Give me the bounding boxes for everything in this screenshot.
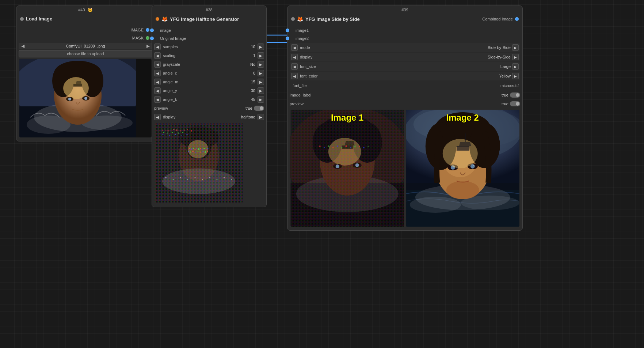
svg-point-40 [172, 132, 173, 133]
font-color-label: font_color [298, 74, 499, 78]
display-sbs-dec-btn[interactable]: ◀ [291, 54, 298, 60]
halftone-image-label: image [157, 28, 171, 33]
scaling-value: 1 [252, 53, 257, 58]
angle-m-inc-btn[interactable]: ▶ [258, 79, 264, 85]
svg-point-33 [176, 129, 178, 131]
angle-y-inc-btn[interactable]: ▶ [258, 87, 264, 94]
angle-c-inc-btn[interactable]: ▶ [258, 70, 264, 76]
svg-marker-131 [459, 142, 471, 146]
sbs-image2-text-label: Image 2 [446, 113, 479, 123]
svg-point-103 [345, 145, 347, 147]
sbs-image1-input: image1 [287, 26, 522, 34]
font-color-dec-btn[interactable]: ◀ [291, 73, 298, 79]
halftone-original-input: Original Image [152, 34, 266, 42]
svg-point-49 [191, 148, 192, 150]
scaling-dec-btn[interactable]: ◀ [154, 52, 161, 59]
angle-y-control[interactable]: ◀ angle_y 30 ▶ [152, 86, 266, 95]
grayscale-control[interactable]: ◀ grayscale No ▶ [152, 60, 266, 69]
svg-point-63 [198, 151, 199, 152]
svg-point-52 [197, 148, 198, 149]
load-image-node-id: #40 [78, 8, 85, 12]
grayscale-dec-btn[interactable]: ◀ [154, 61, 161, 68]
display-value: halftone [240, 115, 257, 119]
image-label-toggle-row[interactable]: image_label true [287, 91, 522, 99]
svg-point-44 [169, 135, 170, 136]
angle-c-dec-btn[interactable]: ◀ [154, 70, 161, 76]
upload-button[interactable]: choose file to upload [19, 50, 152, 57]
angle-m-dec-btn[interactable]: ◀ [154, 79, 161, 85]
svg-point-42 [182, 132, 183, 133]
image-label-toggle-value: true [502, 93, 508, 97]
display-sbs-label: display [298, 55, 488, 59]
sbs-preview-value: true [502, 102, 508, 106]
svg-point-71 [187, 179, 188, 180]
svg-point-116 [409, 197, 461, 213]
grayscale-value: No [249, 62, 257, 67]
font-size-dec-btn[interactable]: ◀ [291, 63, 298, 70]
angle-k-label: angle_k [161, 97, 249, 102]
svg-point-62 [195, 152, 197, 153]
display-sbs-control[interactable]: ◀ display Side-by-Side ▶ [290, 53, 520, 61]
file-selector-row[interactable]: ◀ ComfyUI_01209_.png ▶ [19, 43, 152, 49]
mode-dec-btn[interactable]: ◀ [291, 44, 298, 51]
font-color-inc-btn[interactable]: ▶ [512, 73, 519, 79]
display-inc-btn[interactable]: ▶ [258, 114, 264, 120]
angle-y-value: 30 [249, 88, 257, 93]
file-next-arrow[interactable]: ▶ [145, 44, 151, 49]
angle-k-inc-btn[interactable]: ▶ [258, 96, 264, 103]
samples-dec-btn[interactable]: ◀ [154, 44, 161, 50]
svg-rect-15 [73, 84, 82, 87]
angle-c-value: 0 [252, 71, 257, 75]
font-color-control[interactable]: ◀ font_color Yellow ▶ [290, 72, 520, 80]
mode-control[interactable]: ◀ mode Side-by-Side ▶ [290, 43, 520, 52]
svg-point-99 [328, 145, 329, 147]
sbs-image1-preview: Image 1 [290, 110, 404, 227]
svg-rect-96 [291, 110, 404, 227]
angle-m-control[interactable]: ◀ angle_m 15 ▶ [152, 77, 266, 86]
samples-control[interactable]: ◀ samples 10 ▶ [152, 42, 266, 51]
halftone-body: image Original Image ◀ samples 10 ▶ ◀ sc… [152, 24, 266, 207]
mode-inc-btn[interactable]: ▶ [512, 44, 519, 51]
font-size-control[interactable]: ◀ font_size Large ▶ [290, 62, 520, 71]
angle-c-control[interactable]: ◀ angle_c 0 ▶ [152, 69, 266, 77]
sbs-image1-text-label: Image 1 [331, 113, 363, 123]
font-size-inc-btn[interactable]: ▶ [512, 63, 519, 70]
mode-value: Side-by-Side [488, 45, 511, 50]
halftone-preview-row[interactable]: preview true [152, 104, 266, 113]
sbs-body: image1 image2 ◀ mode Side-by-Side ▶ ◀ di… [287, 24, 522, 230]
angle-k-control[interactable]: ◀ angle_k 45 ▶ [152, 95, 266, 104]
sbs-preview-toggle-row[interactable]: preview true [287, 99, 522, 108]
svg-point-104 [350, 147, 351, 148]
display-dec-btn[interactable]: ◀ [154, 114, 161, 120]
sbs-emoji: 🦊 [297, 16, 303, 22]
sbs-node-id: #39 [401, 8, 408, 12]
load-image-node: #40 🐱 Load Image IMAGE MASK ◀ ComfyUI_01… [16, 5, 155, 141]
scaling-inc-btn[interactable]: ▶ [258, 52, 264, 59]
svg-point-53 [198, 148, 199, 150]
svg-point-100 [332, 147, 334, 148]
halftone-preview-toggle[interactable] [254, 106, 264, 111]
svg-point-72 [195, 177, 196, 178]
svg-point-56 [203, 148, 205, 149]
samples-inc-btn[interactable]: ▶ [258, 44, 264, 50]
file-prev-arrow[interactable]: ◀ [20, 44, 26, 49]
svg-rect-27 [155, 123, 243, 203]
halftone-image-input: image [152, 26, 266, 34]
sbs-image1-dot [286, 29, 289, 32]
svg-point-31 [171, 130, 172, 131]
display-control[interactable]: ◀ display halftone ▶ [152, 113, 266, 121]
angle-k-dec-btn[interactable]: ◀ [154, 96, 161, 103]
angle-y-dec-btn[interactable]: ◀ [154, 87, 161, 94]
grayscale-inc-btn[interactable]: ▶ [258, 61, 264, 68]
svg-point-133 [446, 181, 479, 199]
sbs-preview-toggle[interactable] [510, 101, 520, 106]
svg-point-39 [167, 132, 168, 133]
scaling-control[interactable]: ◀ scaling 1 ▶ [152, 51, 266, 60]
image-label-toggle[interactable] [510, 92, 520, 98]
display-sbs-inc-btn[interactable]: ▶ [512, 54, 519, 60]
side-by-side-node: #39 🦊 YFG Image Side by Side Combined Im… [287, 5, 523, 231]
svg-point-76 [224, 177, 225, 178]
svg-point-66 [205, 151, 206, 153]
svg-point-48 [189, 148, 190, 149]
svg-point-105 [354, 145, 356, 147]
